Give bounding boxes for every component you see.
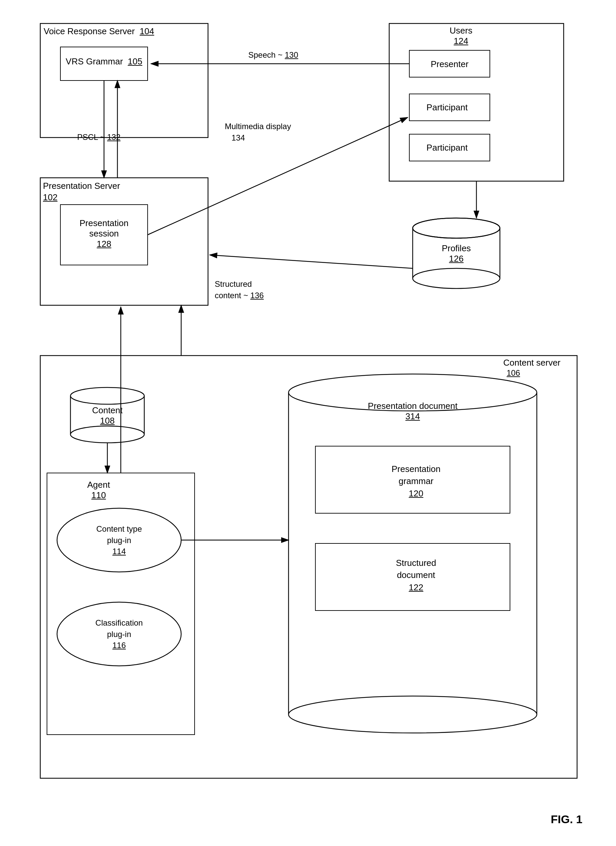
- pscl-label: PSCL ~ 132: [77, 132, 121, 142]
- structured-doc-label: Structureddocument122: [342, 557, 490, 593]
- participant1-label: Participant: [418, 102, 476, 113]
- agent-label: Agent110: [87, 480, 110, 501]
- svg-rect-2: [40, 24, 208, 138]
- svg-point-10: [413, 218, 500, 238]
- content-label: Content108: [82, 405, 132, 426]
- speech-label: Speech ~ 130: [248, 50, 298, 60]
- svg-point-16: [71, 388, 144, 404]
- content-type-plugin-label: Content typeplug-in114: [69, 523, 169, 557]
- svg-point-26: [288, 696, 537, 733]
- content-server-label: Content server: [503, 358, 561, 368]
- users-label: Users124: [450, 25, 472, 46]
- profiles-label: Profiles126: [433, 243, 480, 264]
- fig-label: FIG. 1: [551, 813, 582, 826]
- vrs-server-label: Voice Response Server 104: [44, 26, 154, 37]
- presentation-session-label: Presentation session128: [64, 218, 144, 249]
- svg-rect-20: [47, 473, 195, 734]
- multimedia-label: Multimedia display 134: [225, 121, 291, 143]
- svg-point-19: [71, 426, 144, 443]
- content-server-id: 106: [507, 368, 520, 378]
- participant2-label: Participant: [418, 142, 476, 153]
- vrs-grammar-label: VRS Grammar 105: [64, 56, 144, 67]
- svg-point-14: [413, 218, 500, 238]
- diagram: Voice Response Server 104 VRS Grammar 10…: [20, 13, 596, 812]
- svg-rect-6: [389, 24, 564, 181]
- presentation-grammar-label: Presentationgrammar120: [342, 463, 490, 499]
- presentation-doc-label: Presentation document314: [345, 401, 480, 422]
- classification-plugin-label: Classificationplug-in116: [69, 617, 169, 651]
- svg-point-13: [413, 268, 500, 288]
- presenter-label: Presenter: [421, 59, 478, 69]
- presentation-server-label: Presentation Server102: [43, 181, 120, 203]
- structured-content-label: Structuredcontent ~ 136: [215, 278, 264, 301]
- svg-line-33: [210, 255, 413, 268]
